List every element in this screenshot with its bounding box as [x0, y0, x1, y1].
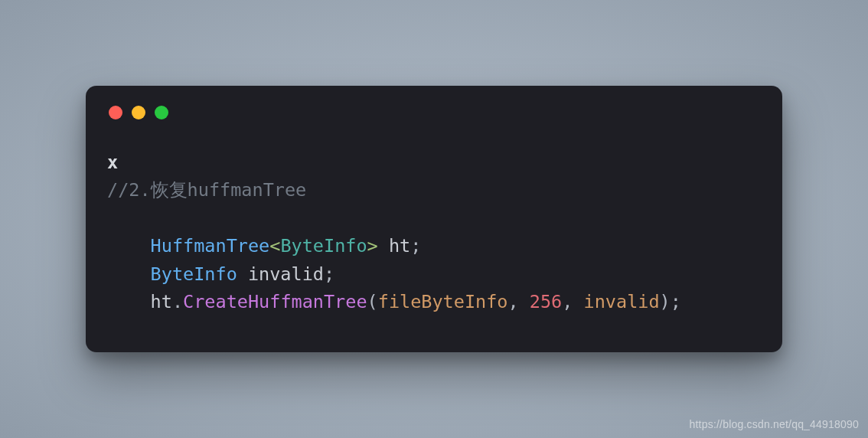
code-indent — [107, 263, 151, 285]
type-name: ByteInfo — [151, 263, 237, 285]
watermark-text: https://blog.csdn.net/qq_44918090 — [690, 418, 859, 430]
code-indent — [107, 235, 151, 257]
type-name: HuffmanTree — [151, 235, 270, 257]
code-comment: //2.恢复huffmanTree — [107, 179, 306, 201]
angle-close: > — [367, 235, 378, 257]
paren-close: ) — [660, 291, 671, 312]
angle-open: < — [269, 235, 280, 257]
semicolon: ; — [410, 235, 421, 257]
code-card: x //2.恢复huffmanTree HuffmanTree<ByteInfo… — [86, 86, 782, 352]
generic-type: ByteInfo — [280, 235, 367, 257]
semicolon: ; — [671, 291, 681, 312]
semicolon: ; — [324, 263, 334, 285]
number-literal: 256 — [530, 291, 562, 312]
identifier: ht — [151, 291, 172, 312]
identifier: ht — [378, 235, 410, 257]
method-name: CreateHuffmanTree — [183, 291, 367, 312]
comma: , — [562, 291, 583, 312]
code-text: x — [107, 152, 118, 173]
minimize-icon[interactable] — [132, 106, 145, 119]
paren-open: ( — [367, 291, 378, 312]
comma: , — [508, 291, 530, 312]
window-controls — [109, 106, 761, 119]
maximize-icon[interactable] — [155, 106, 168, 119]
argument: invalid — [584, 291, 660, 312]
close-icon[interactable] — [109, 106, 122, 119]
identifier: invalid — [237, 263, 324, 285]
argument: fileByteInfo — [378, 291, 508, 312]
code-indent — [107, 291, 151, 312]
dot: . — [172, 291, 183, 312]
code-block: x //2.恢复huffmanTree HuffmanTree<ByteInfo… — [107, 149, 761, 316]
